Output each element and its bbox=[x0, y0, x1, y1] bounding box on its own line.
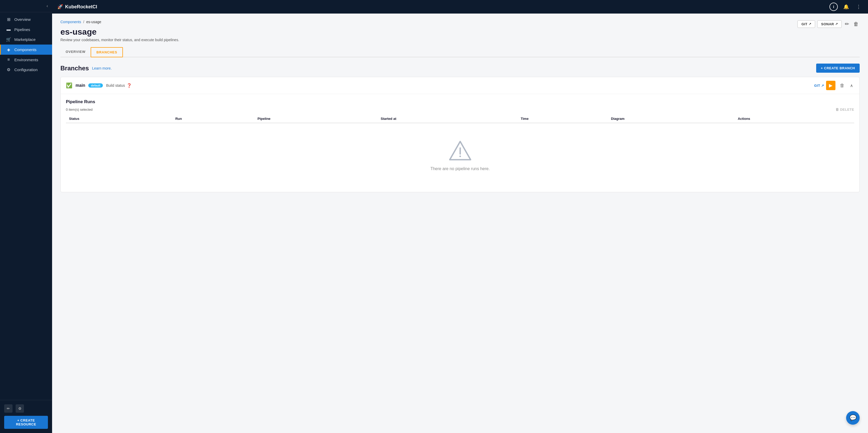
selected-count: 0 item(s) selected bbox=[66, 107, 93, 112]
git-label: GIT bbox=[801, 22, 807, 26]
empty-state: There are no pipeline runs here. bbox=[66, 123, 854, 187]
topbar-actions: i 🔔 ⋮ bbox=[830, 3, 863, 11]
branch-run-button[interactable]: ▶ bbox=[826, 81, 835, 90]
sidebar-bottom-icons: ✏ ⚙ bbox=[4, 404, 48, 413]
sonar-external-icon: ↗ bbox=[835, 22, 838, 26]
chat-icon: 💬 bbox=[849, 414, 857, 421]
sidebar-item-label-marketplace: Marketplace bbox=[14, 37, 36, 42]
build-status: Build status ❓ bbox=[106, 83, 131, 88]
sidebar-item-configuration[interactable]: ⚙ Configuration bbox=[0, 65, 52, 75]
branch-name: main bbox=[75, 83, 85, 88]
delete-page-icon: 🗑 bbox=[854, 21, 859, 27]
col-started-at: Started at bbox=[378, 115, 518, 123]
page-title: es-usage bbox=[60, 27, 101, 37]
breadcrumb: Components / es-usage es-usage bbox=[60, 20, 101, 37]
components-icon: ◈ bbox=[6, 47, 11, 52]
branch-collapse-icon: ∧ bbox=[850, 83, 853, 88]
logo-icon: 🚀 bbox=[57, 4, 63, 10]
sidebar-item-label-components: Components bbox=[14, 48, 36, 52]
branch-default-badge: default bbox=[88, 83, 103, 88]
branch-collapse-button[interactable]: ∧ bbox=[849, 82, 854, 89]
app-logo: 🚀 KubeRocketCI bbox=[57, 4, 97, 10]
configuration-icon: ⚙ bbox=[6, 67, 11, 72]
delete-label: DELETE bbox=[840, 107, 854, 112]
branches-title: Branches bbox=[60, 65, 89, 72]
main-content: Components / es-usage es-usage GIT ↗ SON… bbox=[52, 13, 868, 433]
branches-title-group: Branches Learn more. bbox=[60, 65, 112, 72]
environments-icon: ≡ bbox=[6, 57, 11, 62]
build-status-label: Build status bbox=[106, 83, 125, 88]
col-diagram: Diagram bbox=[608, 115, 735, 123]
git-external-icon: ↗ bbox=[809, 22, 811, 26]
sidebar-nav: ⊞ Overview ▬ Pipelines 🛒 Marketplace ◈ C… bbox=[0, 12, 52, 400]
pipeline-table: Status Run Pipeline Started at Time Diag… bbox=[66, 115, 854, 123]
branch-delete-button[interactable]: 🗑 bbox=[838, 81, 847, 90]
svg-point-1 bbox=[459, 156, 461, 157]
settings-icon: ⚙ bbox=[18, 406, 22, 411]
sidebar-item-pipelines[interactable]: ▬ Pipelines bbox=[0, 25, 52, 34]
branch-git-button[interactable]: GIT ↗ bbox=[814, 84, 824, 88]
git-button[interactable]: GIT ↗ bbox=[798, 20, 815, 28]
page-header: Components / es-usage es-usage GIT ↗ SON… bbox=[60, 20, 860, 37]
sonar-label: SONAR bbox=[821, 22, 834, 26]
sidebar: ‹ ⊞ Overview ▬ Pipelines 🛒 Marketplace ◈… bbox=[0, 0, 52, 433]
pipeline-runs-title: Pipeline Runs bbox=[66, 99, 854, 104]
branch-run-icon: ▶ bbox=[829, 83, 833, 88]
sidebar-item-label-overview: Overview bbox=[14, 17, 31, 22]
col-pipeline: Pipeline bbox=[254, 115, 378, 123]
notification-button[interactable]: 🔔 bbox=[842, 3, 850, 11]
empty-state-text: There are no pipeline runs here. bbox=[431, 166, 490, 171]
tab-branches[interactable]: BRANCHES bbox=[91, 47, 123, 57]
warning-triangle-icon bbox=[447, 139, 473, 162]
edit-page-button[interactable]: ✏ bbox=[844, 20, 850, 28]
chat-fab-button[interactable]: 💬 bbox=[846, 411, 860, 425]
pipeline-delete-button[interactable]: 🗑 DELETE bbox=[835, 107, 854, 112]
create-branch-button[interactable]: + CREATE BRANCH bbox=[816, 64, 860, 73]
pipelines-icon: ▬ bbox=[6, 27, 11, 32]
sidebar-header: ‹ bbox=[0, 0, 52, 12]
col-run: Run bbox=[172, 115, 254, 123]
pipeline-selection-bar: 0 item(s) selected 🗑 DELETE bbox=[66, 107, 854, 112]
build-status-help-icon[interactable]: ❓ bbox=[127, 83, 132, 88]
col-actions: Actions bbox=[735, 115, 854, 123]
settings-icon-button[interactable]: ⚙ bbox=[16, 404, 24, 413]
col-time: Time bbox=[518, 115, 608, 123]
branch-delete-icon: 🗑 bbox=[840, 83, 844, 88]
sonar-button[interactable]: SONAR ↗ bbox=[817, 20, 842, 28]
sidebar-bottom: ✏ ⚙ + CREATE RESOURCE bbox=[0, 400, 52, 433]
marketplace-icon: 🛒 bbox=[6, 37, 11, 42]
more-options-button[interactable]: ⋮ bbox=[855, 3, 863, 11]
branch-row: ✅ main default Build status ❓ GIT ↗ ▶ bbox=[61, 77, 859, 94]
sidebar-item-label-configuration: Configuration bbox=[14, 67, 37, 72]
sidebar-item-marketplace[interactable]: 🛒 Marketplace bbox=[0, 34, 52, 44]
sidebar-item-environments[interactable]: ≡ Environments bbox=[0, 55, 52, 65]
branch-status-icon: ✅ bbox=[66, 82, 72, 89]
notification-icon: 🔔 bbox=[843, 4, 849, 10]
create-resource-button[interactable]: + CREATE RESOURCE bbox=[4, 416, 48, 429]
breadcrumb-parent-link[interactable]: Components bbox=[60, 20, 81, 24]
app-name: KubeRocketCI bbox=[65, 4, 97, 10]
sidebar-item-label-pipelines: Pipelines bbox=[14, 27, 30, 32]
delete-page-button[interactable]: 🗑 bbox=[852, 20, 860, 28]
pipeline-section: Pipeline Runs 0 item(s) selected 🗑 DELET… bbox=[61, 94, 859, 192]
learn-more-link[interactable]: Learn more. bbox=[92, 66, 112, 70]
edit-icon-button[interactable]: ✏ bbox=[4, 404, 12, 413]
sidebar-item-overview[interactable]: ⊞ Overview bbox=[0, 14, 52, 25]
sidebar-item-label-environments: Environments bbox=[14, 58, 38, 62]
breadcrumb-current: es-usage bbox=[86, 20, 101, 24]
branches-header: Branches Learn more. + CREATE BRANCH bbox=[60, 64, 860, 73]
branch-card: ✅ main default Build status ❓ GIT ↗ ▶ bbox=[60, 77, 860, 192]
branch-git-external-icon: ↗ bbox=[821, 84, 824, 88]
sidebar-collapse-button[interactable]: ‹ bbox=[46, 4, 48, 8]
col-status: Status bbox=[66, 115, 172, 123]
info-button[interactable]: i bbox=[830, 3, 838, 11]
breadcrumb-nav: Components / es-usage bbox=[60, 20, 101, 24]
page-actions: GIT ↗ SONAR ↗ ✏ 🗑 bbox=[798, 20, 860, 28]
branch-git-label: GIT bbox=[814, 84, 820, 88]
page-subtitle: Review your codebases, monitor their sta… bbox=[60, 38, 860, 42]
trash-icon: 🗑 bbox=[835, 107, 839, 112]
tab-overview[interactable]: OVERVIEW bbox=[60, 47, 91, 57]
tabs: OVERVIEW BRANCHES bbox=[60, 47, 860, 57]
more-icon: ⋮ bbox=[856, 4, 861, 10]
sidebar-item-components[interactable]: ◈ Components bbox=[0, 44, 52, 55]
